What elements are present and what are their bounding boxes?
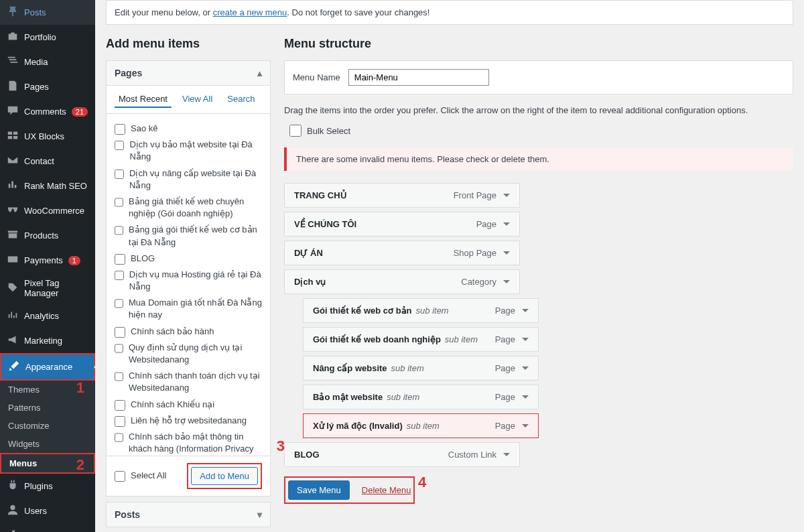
sidebar-sub-customize[interactable]: Customize [0,417,95,435]
chevron-down-icon[interactable] [522,424,529,427]
sidebar-item-rank-math-seo[interactable]: Rank Math SEO [0,174,95,198]
select-all-label[interactable]: Select All [131,470,166,482]
sidebar-item-posts[interactable]: Posts [0,0,95,25]
page-checkbox[interactable] [115,400,125,411]
sidebar-sub-patterns[interactable]: Patterns [0,399,95,417]
page-checkbox[interactable] [115,197,123,208]
sidebar-item-label: Payments [24,255,63,265]
save-menu-button[interactable]: Save Menu [288,480,350,500]
menu-item[interactable]: Gói thiết kế web cơ bảnsub itemPage [303,298,539,323]
menu-item-type: Page [495,421,515,431]
notice-text-pre: Edit your menu below, or [115,7,213,17]
page-label[interactable]: Quy định sử dụng dịch vụ tại Websitedana… [129,342,262,366]
portfolio-icon [7,30,19,44]
page-label[interactable]: Chính sách bảo mật thông tin khách hàng … [129,431,262,456]
tab-most-recent[interactable]: Most Recent [115,91,172,108]
chevron-down-icon[interactable] [522,338,529,341]
menu-item[interactable]: Xử lý mã độc (Invalid)sub itemPage [303,413,539,438]
chevron-down-icon[interactable] [503,222,510,226]
menu-item[interactable]: Dịch vụCategory [284,269,520,294]
menu-name-input[interactable] [348,69,489,86]
page-label[interactable]: Sao kê [131,123,157,135]
page-label[interactable]: Chính sách Khiếu nại [131,399,214,411]
edit-menu-notice: Edit your menu below, or create a new me… [106,0,793,25]
posts-accordion-header[interactable]: Posts ▾ [107,503,270,527]
menu-item[interactable]: VỀ CHÚNG TÔIPage [284,212,520,237]
menu-item-label: Bảo mật website [313,392,383,402]
page-checkbox[interactable] [115,298,123,309]
menu-item-label: Gói thiết kế web cơ bản [313,306,412,316]
chevron-down-icon[interactable] [522,395,529,399]
page-checkbox[interactable] [115,432,123,443]
chevron-down-icon[interactable] [522,367,529,370]
sidebar-item-ux-blocks[interactable]: UX Blocks [0,124,95,149]
page-checkbox[interactable] [115,124,125,135]
page-label[interactable]: Chính sách bảo hành [131,326,214,338]
select-all-checkbox[interactable] [115,471,125,482]
menu-item[interactable]: TRANG CHỦFront Page [284,183,520,208]
sidebar-item-plugins[interactable]: Plugins [0,474,95,498]
menu-item[interactable]: BLOGCustom Link [284,442,520,467]
sidebar-item-comments[interactable]: Comments21 [0,99,95,124]
sidebar-item-payments[interactable]: Payments1 [0,248,95,273]
add-to-menu-button[interactable]: Add to Menu [191,467,258,485]
page-label[interactable]: Bảng giá gói thiết kế web cơ bản tại Đà … [129,224,262,248]
sidebar-item-label: Marketing [24,336,62,346]
sidebar-item-marketing[interactable]: Marketing [0,328,95,353]
chevron-down-icon[interactable] [522,309,529,312]
delete-menu-link[interactable]: Delete Menu [362,485,411,495]
chevron-down-icon[interactable] [503,194,510,197]
page-label[interactable]: Dịch vụ mua Hosting giá rẻ tại Đà Nẵng [129,269,262,293]
sidebar-item-label: Products [24,230,58,241]
chevron-down-icon[interactable] [503,280,510,283]
menu-item-type: Page [495,392,515,402]
sidebar-item-portfolio[interactable]: Portfolio [0,25,95,50]
sidebar-item-contact[interactable]: Contact [0,149,95,174]
sidebar-item-users[interactable]: Users [0,498,95,523]
page-checkbox[interactable] [115,327,125,338]
page-checkbox[interactable] [115,254,125,265]
page-checkbox[interactable] [115,225,123,236]
page-label[interactable]: Bảng giá thiết kế web chuyên nghiệp (Gói… [129,196,262,220]
page-label[interactable]: Dịch vụ bảo mật website tại Đà Nẵng [129,139,262,163]
pages-list: Sao kêDịch vụ bảo mật website tại Đà Nẵn… [107,114,270,456]
page-label[interactable]: Chính sách thanh toán dịch vụ tại Websit… [129,370,262,394]
menu-item[interactable]: Gói thiết kế web doanh nghiệpsub itemPag… [303,327,539,352]
page-checkbox[interactable] [115,270,124,281]
page-label[interactable]: BLOG [131,253,155,265]
sidebar-item-pages[interactable]: Pages [0,74,95,99]
page-checkbox[interactable] [115,416,125,427]
sidebar-sub-widgets[interactable]: Widgets [0,435,95,453]
sidebar-item-label: Media [24,57,48,67]
page-label[interactable]: Liên hệ hỗ trợ websitedanang [131,415,247,427]
page-label[interactable]: Mua Domain giá tốt nhất Đà Nẵng hiện nay [129,297,262,321]
chevron-down-icon[interactable] [503,453,510,456]
page-checkbox[interactable] [115,140,124,151]
tab-view-all[interactable]: View All [178,91,216,108]
create-menu-link[interactable]: create a new menu [213,7,287,17]
page-checkbox[interactable] [115,371,123,382]
page-item: Quy định sử dụng dịch vụ tại Websitedana… [115,340,262,368]
sidebar-item-analytics[interactable]: Analytics [0,304,95,328]
sidebar-item-woocommerce[interactable]: WooCommerce [0,198,95,223]
menu-item[interactable]: Bảo mật websitesub itemPage [303,385,539,409]
sidebar-item-products[interactable]: Products [0,223,95,248]
plug-icon [7,479,19,493]
page-checkbox[interactable] [115,343,123,354]
menu-item[interactable]: Nâng cấp websitesub itemPage [303,356,539,381]
sidebar-item-tools[interactable]: Tools [0,523,95,532]
pages-accordion-header[interactable]: Pages ▴ [107,61,270,86]
sidebar-item-appearance[interactable]: Appearance [0,353,95,381]
chevron-down-icon[interactable] [503,251,510,255]
sidebar-item-media[interactable]: Media [0,50,95,74]
page-checkbox[interactable] [115,169,124,180]
tab-search[interactable]: Search [223,91,259,108]
menu-item[interactable]: DỰ ÁNShop Page [284,241,520,265]
bulk-select-checkbox[interactable] [289,125,302,137]
notice-text-post: . Do not forget to save your changes! [287,7,429,17]
menu-item-subtext: sub item [416,306,449,316]
badge: 21 [72,107,88,117]
svg-point-0 [10,505,15,510]
page-label[interactable]: Dịch vụ nâng cấp website tại Đà Nẵng [129,168,262,192]
sidebar-item-pixel-tag-manager[interactable]: Pixel Tag Manager [0,273,95,304]
